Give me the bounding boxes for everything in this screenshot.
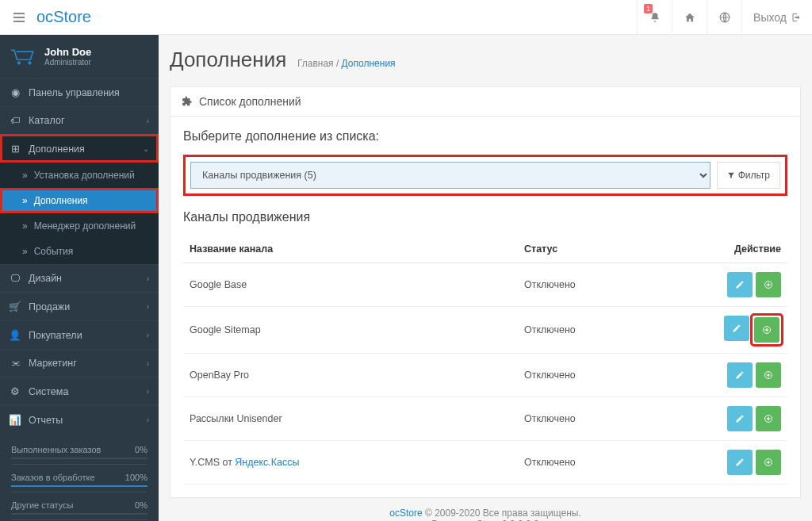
- menu-toggle-button[interactable]: [8, 6, 30, 29]
- sidebar: John Doe Administrator ◉Панель управлени…: [0, 35, 159, 521]
- install-button[interactable]: [756, 272, 781, 297]
- extension-type-select[interactable]: Каналы продвижения (5): [190, 162, 710, 189]
- footer: ocStore © 2009-2020 Все права защищены. …: [170, 498, 801, 521]
- dashboard-icon: ◉: [10, 86, 21, 98]
- header-left: ocStore: [0, 6, 91, 29]
- nav-sales[interactable]: 🛒Продажи›: [0, 293, 159, 320]
- nav-catalog[interactable]: 🏷Каталог›: [0, 107, 159, 134]
- subnav-installer[interactable]: »Установка дополнений: [0, 163, 159, 188]
- top-header: ocStore 1 Выход: [0, 0, 812, 35]
- logout-label: Выход: [753, 11, 787, 24]
- edit-button[interactable]: [727, 272, 753, 297]
- nav-extensions[interactable]: ⊞Дополнения⌄: [0, 135, 159, 163]
- table-row: Google BaseОтключено: [183, 263, 787, 307]
- cell-name: Y.CMS от Яндекс.Кассы: [183, 441, 518, 485]
- nav-dashboard[interactable]: ◉Панель управления: [0, 79, 159, 106]
- table-title: Каналы продвижения: [183, 210, 787, 224]
- cell-name: Google Base: [183, 263, 518, 307]
- col-action: Действие: [676, 236, 787, 263]
- install-button[interactable]: [756, 450, 781, 475]
- install-button[interactable]: [756, 406, 781, 431]
- brand-logo[interactable]: ocStore: [36, 8, 91, 26]
- stat-item: Выполненных заказов0%: [11, 445, 147, 465]
- gear-icon: ⚙: [10, 385, 21, 397]
- crumb-current[interactable]: Дополнения: [342, 58, 396, 69]
- bell-icon: [649, 12, 661, 23]
- notif-badge: 1: [644, 4, 653, 13]
- filter-icon: [727, 171, 735, 179]
- cell-status: Отключено: [518, 441, 676, 485]
- chevron-right-icon: ›: [147, 359, 149, 368]
- cell-status: Отключено: [518, 354, 676, 397]
- svg-point-1: [17, 61, 21, 64]
- stat-item: Заказов в обработке100%: [11, 473, 147, 492]
- chevron-right-icon: ›: [147, 117, 149, 125]
- col-name: Название канала: [183, 236, 518, 263]
- subnav-extensions[interactable]: »Дополнения: [0, 188, 159, 213]
- globe-icon: [719, 12, 730, 23]
- footer-text: © 2009-2020 Все права защищены.: [423, 508, 581, 519]
- cart-nav-icon: 🛒: [10, 301, 21, 312]
- world-button[interactable]: [707, 0, 741, 35]
- subnav-modifications[interactable]: »Менеджер дополнений: [0, 213, 159, 239]
- panel-header: Список дополнений: [170, 87, 800, 117]
- edit-button[interactable]: [727, 450, 753, 475]
- install-button[interactable]: [756, 362, 781, 388]
- install-button[interactable]: [754, 317, 779, 343]
- brand-prefix: oc: [36, 8, 53, 25]
- crumb-home[interactable]: Главная: [297, 58, 334, 69]
- edit-button[interactable]: [727, 362, 753, 388]
- user-box: John Doe Administrator: [0, 35, 159, 78]
- chevron-right-icon: ›: [147, 331, 149, 339]
- main-content: Дополнения Главная / Дополнения Список д…: [159, 35, 812, 521]
- cell-name: Google Sitemap: [183, 307, 518, 354]
- table-row: Google SitemapОтключено: [183, 307, 787, 354]
- nav-marketing[interactable]: ⫘Маркетинг›: [0, 350, 159, 377]
- header-right: 1 Выход: [637, 0, 812, 34]
- svg-point-2: [28, 61, 31, 64]
- raquo-icon: »: [22, 170, 28, 181]
- chevron-down-icon: ⌄: [143, 144, 149, 153]
- chart-icon: 📊: [10, 414, 21, 426]
- table-row: Y.CMS от Яндекс.КассыОтключено: [183, 441, 787, 485]
- nav-system[interactable]: ⚙Система›: [0, 377, 159, 405]
- select-label: Выберите дополнение из списка:: [183, 129, 787, 144]
- desktop-icon: 🖵: [10, 273, 21, 284]
- edit-button[interactable]: [724, 316, 749, 341]
- subnav-events[interactable]: »События: [0, 239, 159, 264]
- user-icon: 👤: [10, 329, 21, 341]
- user-role: Administrator: [44, 58, 91, 67]
- panel-title: Список дополнений: [199, 95, 301, 108]
- nav-customers[interactable]: 👤Покупатели›: [0, 321, 159, 349]
- logout-button[interactable]: Выход: [741, 0, 812, 35]
- raquo-icon: »: [22, 246, 28, 257]
- brand-suffix: Store: [53, 8, 91, 25]
- stat-item: Другие статусы0%: [11, 500, 147, 520]
- user-name: John Doe: [44, 46, 91, 58]
- extensions-subnav: »Установка дополнений »Дополнения »Менед…: [0, 163, 159, 264]
- puzzle-icon: [182, 96, 193, 107]
- nav-design[interactable]: 🖵Дизайн›: [0, 265, 159, 292]
- raquo-icon: »: [22, 195, 28, 206]
- cart-icon: [10, 48, 36, 65]
- edit-button[interactable]: [727, 406, 753, 431]
- tag-icon: 🏷: [10, 115, 21, 126]
- cell-action: [676, 307, 787, 354]
- breadcrumb: Главная / Дополнения: [297, 58, 396, 69]
- footer-brand[interactable]: ocStore: [389, 508, 422, 519]
- highlight-box: [753, 316, 781, 344]
- cell-action: [676, 397, 787, 441]
- home-button[interactable]: [672, 0, 707, 35]
- hamburger-icon: [13, 13, 25, 22]
- nav-reports[interactable]: 📊Отчеты›: [0, 406, 159, 434]
- table-row: OpenBay ProОтключено: [183, 354, 787, 397]
- row-link[interactable]: Яндекс.Кассы: [235, 457, 299, 468]
- cell-action: [676, 354, 787, 397]
- table-row: Рассылки UnisenderОтключено: [183, 397, 787, 441]
- chevron-right-icon: ›: [147, 416, 149, 424]
- filter-button[interactable]: Фильтр: [717, 162, 780, 189]
- raquo-icon: »: [22, 220, 28, 232]
- sidebar-stats: Выполненных заказов0%Заказов в обработке…: [0, 434, 159, 521]
- notifications-button[interactable]: 1: [637, 0, 672, 35]
- cell-action: [676, 441, 787, 485]
